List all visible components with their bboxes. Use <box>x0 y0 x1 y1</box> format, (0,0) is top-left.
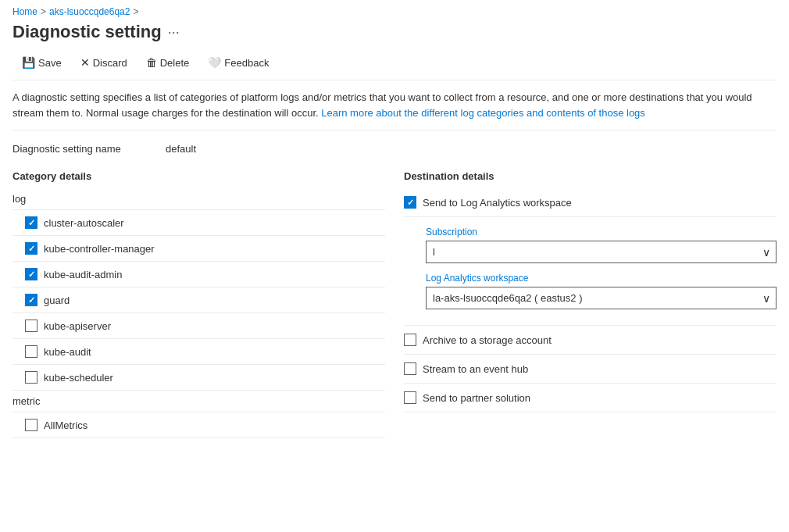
log-section-header: log <box>12 188 385 210</box>
partner-solution-item: Send to partner solution <box>404 384 777 412</box>
checkbox-kube-scheduler[interactable] <box>25 371 37 384</box>
checkbox-cluster-autoscaler[interactable] <box>25 216 37 229</box>
label-kube-audit-admin[interactable]: kube-audit-admin <box>44 269 122 280</box>
destination-details-title: Destination details <box>404 170 777 182</box>
workspace-select-wrapper: la-aks-lsuoccqde6qa2 ( eastus2 ) <box>426 287 777 309</box>
workspace-label: Log Analytics workspace <box>426 273 777 284</box>
save-button[interactable]: 💾 Save <box>12 52 71 73</box>
list-item: kube-apiserver <box>12 313 385 339</box>
checkbox-kube-apiserver[interactable] <box>25 320 37 332</box>
label-kube-audit[interactable]: kube-audit <box>44 346 91 358</box>
destination-details: Destination details Send to Log Analytic… <box>404 170 777 438</box>
subscription-field: Subscription l <box>426 227 777 263</box>
metric-section-header: metric <box>12 391 385 412</box>
list-item: kube-audit <box>12 339 385 365</box>
label-kube-controller-manager[interactable]: kube-controller-manager <box>44 243 155 255</box>
category-details: Category details log cluster-autoscaler … <box>12 170 385 438</box>
checkbox-partner-solution[interactable] <box>404 391 416 404</box>
checkbox-archive-storage[interactable] <box>404 334 416 346</box>
delete-icon: 🗑 <box>146 56 157 69</box>
setting-name-row: Diagnostic setting name default <box>12 143 777 155</box>
checkbox-kube-audit-admin[interactable] <box>25 268 37 280</box>
list-item: kube-audit-admin <box>12 262 385 287</box>
discard-icon: ✕ <box>80 56 90 69</box>
label-partner-solution[interactable]: Send to partner solution <box>423 392 530 404</box>
subscription-select-wrapper: l <box>426 241 777 263</box>
list-item: kube-controller-manager <box>12 236 385 262</box>
label-kube-apiserver[interactable]: kube-apiserver <box>44 320 111 332</box>
save-icon: 💾 <box>22 56 35 69</box>
discard-button[interactable]: ✕ Discard <box>71 52 137 73</box>
breadcrumb: Home > aks-lsuoccqde6qa2 > <box>12 6 777 17</box>
subscription-select[interactable]: l <box>426 241 777 263</box>
checkbox-allmetrics[interactable] <box>25 419 37 431</box>
checkbox-log-analytics[interactable] <box>404 196 416 209</box>
stream-event-hub-item: Stream to an event hub <box>404 355 777 384</box>
list-item: AllMetrics <box>12 412 385 438</box>
list-item: cluster-autoscaler <box>12 210 385 236</box>
label-stream-event-hub[interactable]: Stream to an event hub <box>423 363 528 375</box>
description-link[interactable]: Learn more about the different log categ… <box>321 107 645 119</box>
category-details-title: Category details <box>12 170 385 182</box>
breadcrumb-home[interactable]: Home <box>12 6 37 17</box>
toolbar: 💾 Save ✕ Discard 🗑 Delete 🤍 Feedback <box>12 52 777 80</box>
breadcrumb-sep2: > <box>133 6 138 17</box>
log-analytics-options: Subscription l Log Analytics workspace l… <box>404 217 777 326</box>
archive-storage-item: Archive to a storage account <box>404 326 777 355</box>
subscription-label: Subscription <box>426 227 777 237</box>
checkbox-guard[interactable] <box>25 294 37 306</box>
description: A diagnostic setting specifies a list of… <box>12 90 777 130</box>
setting-name-label: Diagnostic setting name <box>12 143 153 155</box>
send-to-log-analytics-item: Send to Log Analytics workspace <box>404 188 777 217</box>
workspace-select[interactable]: la-aks-lsuoccqde6qa2 ( eastus2 ) <box>426 287 777 309</box>
breadcrumb-resource[interactable]: aks-lsuoccqde6qa2 <box>49 6 130 17</box>
label-archive-storage[interactable]: Archive to a storage account <box>423 334 552 346</box>
label-allmetrics[interactable]: AllMetrics <box>44 420 87 431</box>
label-log-analytics[interactable]: Send to Log Analytics workspace <box>423 197 572 209</box>
checkbox-stream-event-hub[interactable] <box>404 362 416 375</box>
more-icon[interactable]: ··· <box>168 24 180 41</box>
checkbox-kube-controller-manager[interactable] <box>25 242 37 255</box>
list-item: kube-scheduler <box>12 365 385 391</box>
feedback-button[interactable]: 🤍 Feedback <box>198 52 278 73</box>
setting-name-value: default <box>166 143 196 155</box>
checkbox-kube-audit[interactable] <box>25 345 37 358</box>
feedback-icon: 🤍 <box>208 56 221 69</box>
workspace-field: Log Analytics workspace la-aks-lsuoccqde… <box>426 273 777 309</box>
breadcrumb-sep1: > <box>41 6 46 17</box>
label-cluster-autoscaler[interactable]: cluster-autoscaler <box>44 217 124 229</box>
delete-button[interactable]: 🗑 Delete <box>137 52 199 73</box>
label-guard[interactable]: guard <box>44 295 70 306</box>
page-title: Diagnostic setting <box>12 22 162 42</box>
label-kube-scheduler[interactable]: kube-scheduler <box>44 372 113 384</box>
list-item: guard <box>12 287 385 313</box>
page-title-row: Diagnostic setting ··· <box>12 22 777 42</box>
two-col-layout: Category details log cluster-autoscaler … <box>12 170 777 438</box>
